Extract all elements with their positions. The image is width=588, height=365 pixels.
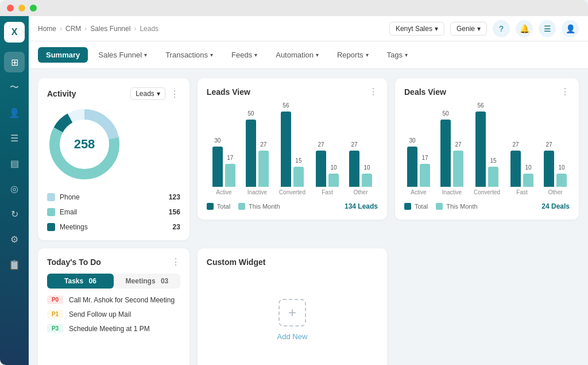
leads-view-card: Leads View ⋮ 3017Active5027Inactive5615C… <box>198 78 387 220</box>
notifications-button[interactable]: 🔔 <box>516 20 533 37</box>
tab-feeds[interactable]: Feeds ▾ <box>223 47 265 63</box>
menu-button[interactable]: ☰ <box>539 20 556 37</box>
todo-tab-meetings[interactable]: Meetings 03 <box>114 274 180 289</box>
bar-label: Fast <box>322 189 332 195</box>
grid-icon: ⊞ <box>11 57 18 68</box>
bar-label: Converted <box>474 189 500 195</box>
total-bar: 30 <box>212 147 223 187</box>
todo-text-1: Send Follow up Mail <box>69 310 131 318</box>
kenyt-sales-dropdown[interactable]: Kenyt Sales ▾ <box>389 22 444 36</box>
card-icon: ▤ <box>10 158 19 169</box>
leads-legend-total: Total <box>207 203 230 210</box>
settings-icon: ⚙ <box>10 234 18 245</box>
breadcrumb-sep-2: › <box>84 25 87 33</box>
deals-legend-month: This Month <box>436 203 477 210</box>
phone-count: 123 <box>169 193 180 201</box>
tab-reports[interactable]: Reports ▾ <box>329 47 377 63</box>
month-bar: 10 <box>328 174 339 187</box>
todo-tab-tasks[interactable]: Tasks 06 <box>47 274 114 289</box>
logo-text: X <box>11 27 18 37</box>
tab-automation[interactable]: Automation ▾ <box>268 47 327 63</box>
sidebar-item-card[interactable]: ▤ <box>4 153 25 174</box>
bar-group-inactive: 5027Inactive <box>246 120 269 195</box>
month-bar: 10 <box>556 174 567 187</box>
deals-total-label: Total <box>415 203 428 210</box>
add-widget-button[interactable]: + Add New <box>207 274 378 365</box>
list-icon: ☰ <box>10 133 18 144</box>
deals-month-dot <box>436 203 443 210</box>
compass-icon: ◎ <box>10 183 18 194</box>
tab-feeds-chevron: ▾ <box>254 52 257 58</box>
sidebar-item-settings[interactable]: ⚙ <box>4 229 25 249</box>
bar-group-active: 3017Active <box>407 147 430 195</box>
sidebar-item-refresh[interactable]: ↻ <box>4 203 25 224</box>
leads-chart: 3017Active5027Inactive5615Converted2710F… <box>207 103 378 195</box>
total-bar: 50 <box>246 120 256 187</box>
todo-tabs: Tasks 06 Meetings 03 <box>47 274 180 289</box>
activity-dropdown[interactable]: Leads ▾ <box>130 87 165 100</box>
user-icon: 👤 <box>566 24 575 33</box>
deals-view-menu[interactable]: ⋮ <box>560 86 571 97</box>
total-bar: 27 <box>544 151 554 187</box>
activity-legend-email: Email 156 <box>47 208 180 216</box>
month-legend-dot <box>238 203 245 210</box>
sidebar-item-grid[interactable]: ⊞ <box>4 52 25 72</box>
tab-tags[interactable]: Tags ▾ <box>379 47 416 63</box>
sidebar-item-compass[interactable]: ◎ <box>4 178 25 199</box>
genie-dropdown[interactable]: Genie ▾ <box>450 22 487 36</box>
tab-transactions[interactable]: Transactions ▾ <box>157 47 221 63</box>
todos-menu[interactable]: ⋮ <box>171 256 181 267</box>
activity-header: Activity Leads ▾ ⋮ <box>47 87 180 100</box>
genie-label: Genie <box>457 25 475 33</box>
breadcrumb-crm[interactable]: CRM <box>65 25 81 33</box>
total-bar: 56 <box>281 112 291 187</box>
tab-transactions-label: Transactions <box>165 51 208 59</box>
todo-items-list: P0 Call Mr. Ashok for Second Meeting P1 … <box>47 295 180 333</box>
priority-badge-1: P1 <box>47 310 63 318</box>
month-bar: 27 <box>258 151 269 187</box>
activity-icon: 〜 <box>10 82 19 94</box>
bar-label: Converted <box>279 189 305 195</box>
month-bar: 27 <box>453 151 463 187</box>
tab-automation-label: Automation <box>276 51 314 59</box>
todos-card: Today's To Do ⋮ Tasks 06 Meetings 03 <box>38 248 189 365</box>
tab-sales-funnel-label: Sales Funnel <box>98 51 142 59</box>
dashboard: Leads View ⋮ 3017Active5027Inactive5615C… <box>29 69 588 365</box>
activity-title: Activity <box>47 89 76 98</box>
app-logo[interactable]: X <box>4 22 25 43</box>
maximize-dot[interactable] <box>30 5 37 11</box>
email-label-group: Email <box>47 208 77 216</box>
sidebar-item-list[interactable]: ☰ <box>4 128 25 148</box>
sidebar-item-reports[interactable]: 📋 <box>4 254 25 275</box>
title-bar <box>0 0 588 16</box>
tab-sales-funnel[interactable]: Sales Funnel ▾ <box>90 47 155 63</box>
profile-button[interactable]: 👤 <box>562 20 579 37</box>
help-icon: ? <box>499 24 504 33</box>
help-button[interactable]: ? <box>493 20 510 37</box>
tasks-tab-label: Tasks <box>64 277 83 285</box>
total-bar: 27 <box>349 151 359 187</box>
minimize-dot[interactable] <box>18 5 25 11</box>
deals-total-dot <box>404 203 411 210</box>
bar-group-other: 2710Other <box>544 151 567 195</box>
add-new-label: Add New <box>277 332 308 341</box>
leads-view-menu[interactable]: ⋮ <box>369 86 379 97</box>
refresh-icon: ↻ <box>11 209 18 220</box>
sidebar: X ⊞ 〜 👤 ☰ ▤ ◎ ↻ ⚙ 📋 <box>0 16 29 365</box>
meetings-tab-label: Meetings <box>126 277 156 285</box>
breadcrumb-salesfunnel[interactable]: Sales Funnel <box>90 25 130 33</box>
meetings-tab-count: 03 <box>161 277 168 285</box>
email-count: 156 <box>169 208 180 216</box>
month-bar: 17 <box>420 164 430 187</box>
tab-summary[interactable]: Summary <box>38 47 88 63</box>
bar-label: Inactive <box>247 189 267 195</box>
sidebar-item-activity[interactable]: 〜 <box>4 77 25 98</box>
bar-label: Other <box>353 189 368 195</box>
close-dot[interactable] <box>7 5 14 11</box>
bar-group-active: 3017Active <box>212 147 235 195</box>
activity-menu[interactable]: ⋮ <box>170 89 180 99</box>
sidebar-item-contacts[interactable]: 👤 <box>4 102 25 123</box>
tab-transactions-chevron: ▾ <box>210 52 213 58</box>
breadcrumb-home[interactable]: Home <box>38 25 56 33</box>
bar-label: Fast <box>516 189 527 195</box>
